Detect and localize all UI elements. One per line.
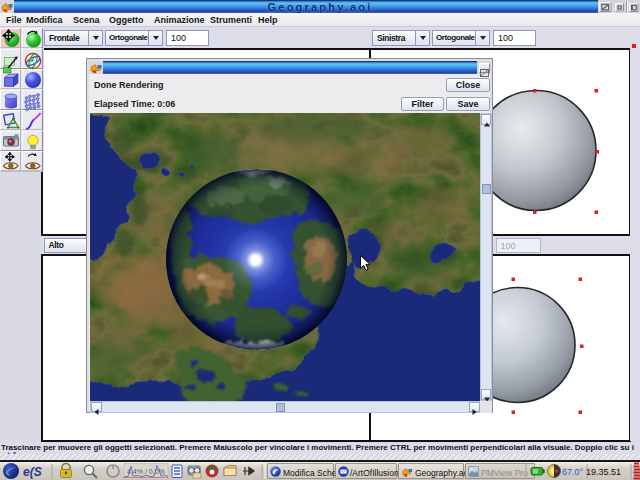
svg-text:67.0°: 67.0° [562,466,584,476]
svg-text:4,4% / 0,0%: 4,4% / 0,0% [127,468,165,475]
svg-text:e(S: e(S [23,464,42,478]
svg-text:19.35.51: 19.35.51 [586,466,621,476]
